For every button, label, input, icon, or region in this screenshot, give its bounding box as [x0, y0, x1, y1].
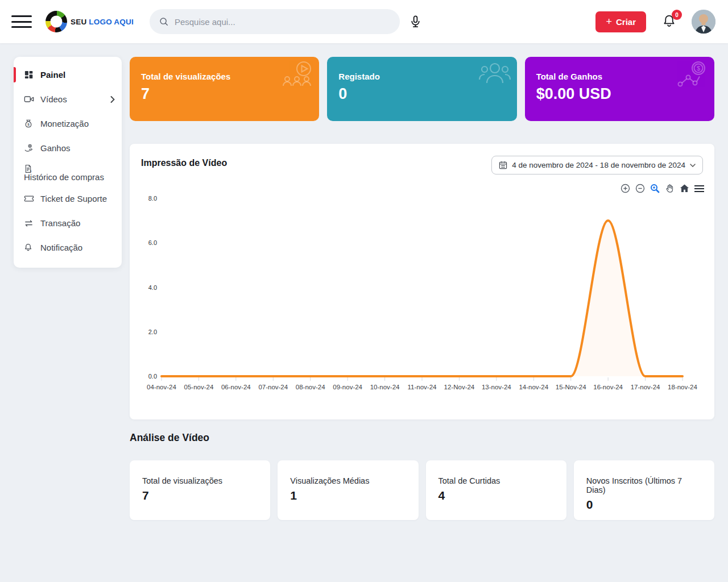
chevron-right-icon [110, 96, 115, 103]
sidebar-item-videos[interactable]: Vídeos [14, 87, 122, 111]
search-input[interactable] [175, 17, 379, 27]
analysis-card-label: Novos Inscritos (Últimos 7 Dias) [586, 476, 702, 494]
chart-zoom-out-button[interactable] [635, 184, 645, 193]
svg-text:17-nov-24: 17-nov-24 [631, 384, 660, 390]
analysis-section-title: Análise de Vídeo [130, 432, 209, 444]
chart-zoom-select-button[interactable] [650, 184, 660, 193]
topbar: SEU LOGO AQUI + Criar 0 [0, 0, 728, 43]
sidebar-item-transacao[interactable]: Transação [14, 211, 122, 235]
svg-text:16-nov-24: 16-nov-24 [593, 384, 623, 390]
users-group-icon [477, 60, 512, 95]
transfer-arrows-icon [24, 219, 34, 227]
stat-card-total-visualizacoes: Total de visualizações 7 [130, 57, 319, 121]
stat-card-registado: Registado 0 [327, 57, 516, 121]
create-button[interactable]: + Criar [595, 11, 646, 32]
sidebar-item-label: Transação [40, 218, 80, 228]
analysis-cards-row: Total de visualizações 7 Visualizações M… [130, 460, 714, 520]
sidebar-item-label: Ticket de Suporte [40, 194, 107, 203]
svg-text:08-nov-24: 08-nov-24 [296, 384, 325, 390]
chart-menu-button[interactable] [694, 185, 704, 193]
analysis-card-value: 1 [290, 489, 406, 502]
chart-toolbar [621, 184, 704, 193]
analysis-card-label: Total de visualizações [142, 476, 258, 485]
logo-text: SEU LOGO AQUI [71, 18, 134, 26]
analysis-card-value: 7 [142, 489, 258, 502]
sidebar-item-painel[interactable]: Painel [14, 63, 122, 87]
chart-pan-button[interactable] [665, 184, 675, 193]
caret-down-icon [690, 164, 696, 167]
sidebar-item-notificacao[interactable]: Notificação [14, 235, 122, 260]
date-range-label: 4 de novembro de 2024 - 18 de novembro d… [512, 161, 685, 169]
sidebar-item-label: Ganhos [40, 143, 71, 153]
user-avatar[interactable] [692, 10, 715, 34]
svg-text:2.0: 2.0 [148, 329, 157, 335]
svg-text:10-nov-24: 10-nov-24 [370, 384, 400, 390]
sidebar-item-ganhos[interactable]: Ganhos [14, 136, 122, 160]
svg-text:8.0: 8.0 [148, 195, 157, 202]
stat-cards-row: Total de visualizações 7 Registado 0 Tot… [130, 57, 714, 121]
analysis-card-visualizacoes-medias: Visualizações Médias 1 [278, 460, 418, 520]
svg-text:06-nov-24: 06-nov-24 [221, 384, 251, 390]
sidebar-item-monetizacao[interactable]: $ Monetização [14, 111, 122, 136]
analysis-card-value: 0 [586, 498, 702, 512]
sidebar-item-label: Vídeos [40, 94, 67, 104]
sidebar-item-historico-de-compras[interactable]: $ Histórico de compras [14, 160, 122, 186]
menu-toggle-icon[interactable] [11, 15, 32, 28]
svg-text:07-nov-24: 07-nov-24 [258, 384, 288, 390]
video-impressions-panel: Impressão de Vídeo 4 de novembro de 2024… [130, 144, 714, 419]
hand-coin-icon [24, 143, 34, 153]
money-bag-icon: $ [24, 119, 34, 128]
search-box [150, 9, 400, 34]
logo-text-blue: LOGO AQUI [89, 18, 134, 26]
svg-text:12-Nov-24: 12-Nov-24 [444, 384, 475, 390]
create-button-label: Criar [616, 17, 636, 27]
chart-zoom-in-button[interactable] [621, 184, 630, 193]
svg-text:14-nov-24: 14-nov-24 [519, 384, 548, 390]
calendar-icon [499, 161, 507, 169]
analysis-card-novos-inscritos: Novos Inscritos (Últimos 7 Dias) 0 [574, 460, 714, 520]
sidebar-item-label: Histórico de compras [24, 172, 115, 182]
analysis-card-value: 4 [439, 489, 554, 502]
plus-icon: + [606, 16, 612, 27]
svg-text:4.0: 4.0 [148, 284, 157, 291]
ticket-icon [24, 195, 34, 202]
svg-text:04-nov-24: 04-nov-24 [147, 384, 176, 390]
date-range-selector[interactable]: 4 de novembro de 2024 - 18 de novembro d… [491, 156, 703, 174]
dashboard-icon [24, 70, 34, 80]
svg-text:09-nov-24: 09-nov-24 [333, 384, 362, 390]
chart-title: Impressão de Vídeo [141, 158, 227, 168]
svg-text:$: $ [27, 122, 30, 126]
notifications-button[interactable]: 0 [662, 14, 677, 30]
video-icon [24, 95, 34, 103]
sidebar-item-label: Painel [40, 70, 65, 80]
search-icon [159, 16, 169, 27]
svg-text:6.0: 6.0 [148, 239, 157, 246]
stat-card-total-ganhos: Total de Ganhos $0.00 USD $ [525, 57, 714, 121]
svg-text:15-Nov-24: 15-Nov-24 [556, 384, 586, 390]
app-logo[interactable]: SEU LOGO AQUI [46, 11, 134, 32]
sidebar: Painel Vídeos $ Monetização Ganhos $ His… [14, 57, 122, 268]
notifications-badge: 0 [672, 10, 682, 20]
analysis-card-total-curtidas: Total de Curtidas 4 [426, 460, 566, 520]
svg-text:13-nov-24: 13-nov-24 [482, 384, 511, 390]
svg-text:11-nov-24: 11-nov-24 [408, 384, 437, 390]
svg-text:$: $ [697, 65, 700, 72]
sidebar-item-ticket-de-suporte[interactable]: Ticket de Suporte [14, 186, 122, 211]
chart-home-button[interactable] [680, 184, 689, 193]
analysis-card-label: Visualizações Médias [290, 476, 406, 485]
sidebar-item-label: Monetização [40, 119, 89, 128]
avatar-photo [692, 10, 715, 34]
dollar-network-icon: $ [675, 60, 710, 95]
analysis-card-label: Total de Curtidas [439, 476, 554, 485]
logo-ring-icon [46, 11, 67, 32]
video-audience-icon [279, 60, 315, 95]
svg-text:05-nov-24: 05-nov-24 [184, 384, 214, 390]
svg-text:0.0: 0.0 [148, 373, 157, 380]
voice-search-mic-icon[interactable] [409, 15, 422, 29]
svg-text:18-nov-24: 18-nov-24 [668, 384, 697, 390]
logo-text-dark: SEU [71, 18, 86, 26]
analysis-card-total-visualizacoes: Total de visualizações 7 [130, 460, 270, 520]
sidebar-item-label: Notificação [40, 243, 82, 252]
notification-bell-icon [24, 243, 34, 252]
